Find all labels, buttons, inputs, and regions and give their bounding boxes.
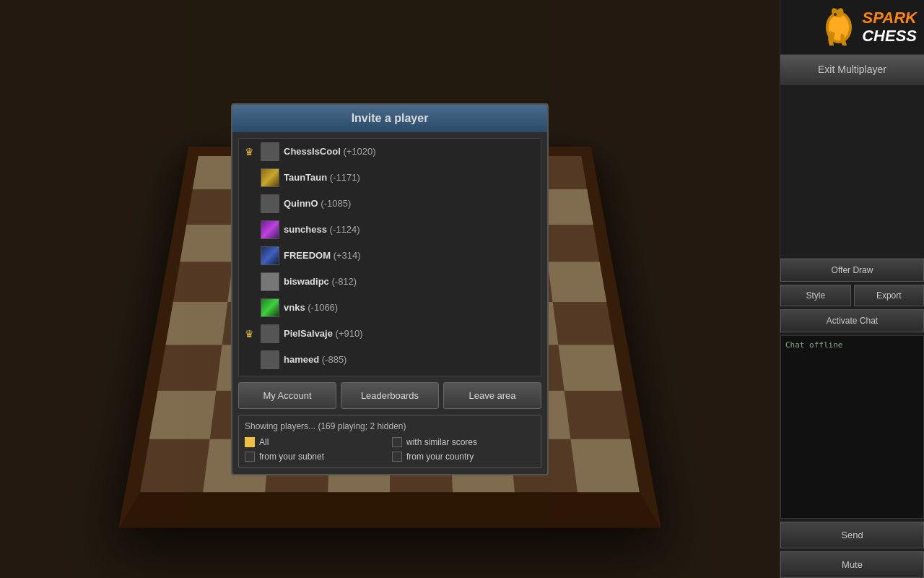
filter-item[interactable]: from your country [392, 452, 535, 462]
horse-icon [819, 6, 859, 49]
player-list-item[interactable]: FREEDOM (+314) [239, 243, 541, 269]
my-account-button[interactable]: My Account [238, 382, 336, 409]
player-name: PielSalvaje (+910) [284, 328, 535, 339]
player-name: sunchess (-1124) [284, 224, 535, 235]
filter-item[interactable]: All [245, 437, 388, 447]
exit-multiplayer-button[interactable]: Exit Multiplayer [780, 55, 924, 85]
spark-chess-logo: SPARK CHESS [862, 9, 917, 44]
player-list-item[interactable]: TaunTaun (-1171) [239, 165, 541, 191]
filter-section: Showing players... (169 playing; 2 hidde… [238, 415, 541, 468]
player-name: vnks (-1066) [284, 302, 535, 313]
player-name: hameed (-885) [284, 354, 535, 365]
filter-grid: Allwith similar scoresfrom your subnetfr… [245, 437, 535, 462]
main-chess-area: Invite a player ♛ChessIsCool (+1020)Taun… [0, 0, 780, 578]
crown-icon: ♛ [245, 328, 256, 340]
player-avatar [261, 168, 279, 187]
logo-area: SPARK CHESS [780, 0, 924, 55]
offer-draw-button[interactable]: Offer Draw [780, 259, 924, 282]
filter-title: Showing players... (169 playing; 2 hidde… [245, 421, 535, 431]
style-export-row: Style Export [780, 285, 924, 306]
activate-chat-button[interactable]: Activate Chat [780, 309, 924, 332]
player-name: TaunTaun (-1171) [284, 172, 535, 183]
player-list-item[interactable]: hameed (-885) [239, 347, 541, 373]
filter-label: from your subnet [259, 452, 324, 462]
send-button[interactable]: Send [780, 522, 924, 548]
chat-offline-display: Chat offline [780, 335, 924, 519]
player-name: ChessIsCool (+1020) [284, 146, 535, 157]
player-list-item[interactable]: chessbuff (-1104) [239, 373, 541, 376]
leaderboards-button[interactable]: Leaderboards [341, 382, 439, 409]
invite-player-modal: Invite a player ♛ChessIsCool (+1020)Taun… [231, 103, 549, 475]
modal-overlay: Invite a player ♛ChessIsCool (+1020)Taun… [0, 0, 780, 578]
player-list[interactable]: ♛ChessIsCool (+1020)TaunTaun (-1171)Quin… [238, 138, 541, 376]
player-avatar [261, 220, 279, 239]
player-name: biswadipc (-812) [284, 276, 535, 287]
player-list-item[interactable]: QuinnO (-1085) [239, 191, 541, 217]
filter-checkbox[interactable] [245, 452, 255, 462]
filter-label: All [259, 437, 269, 447]
filter-item[interactable]: with similar scores [392, 437, 535, 447]
player-avatar [261, 298, 279, 317]
mute-button[interactable]: Mute [780, 551, 924, 578]
player-avatar [261, 142, 279, 161]
leave-area-button[interactable]: Leave area [443, 382, 541, 409]
filter-label: with similar scores [406, 437, 477, 447]
style-button[interactable]: Style [780, 285, 851, 306]
filter-label: from your country [406, 452, 474, 462]
player-name: QuinnO (-1085) [284, 198, 535, 209]
player-avatar [261, 324, 279, 343]
player-list-item[interactable]: ♛PielSalvaje (+910) [239, 321, 541, 347]
filter-checkbox[interactable] [392, 452, 402, 462]
sidebar-middle-area [780, 85, 924, 259]
player-avatar [261, 350, 279, 369]
filter-checkbox[interactable] [392, 437, 402, 447]
svg-point-2 [834, 13, 837, 16]
right-sidebar: SPARK CHESS Exit Multiplayer Offer Draw … [780, 0, 924, 578]
crown-icon: ♛ [245, 146, 256, 158]
player-list-item[interactable]: ♛ChessIsCool (+1020) [239, 139, 541, 165]
modal-buttons: My Account Leaderboards Leave area [232, 382, 547, 415]
player-avatar [261, 246, 279, 265]
player-list-item[interactable]: vnks (-1066) [239, 295, 541, 321]
player-avatar [261, 194, 279, 213]
player-list-item[interactable]: sunchess (-1124) [239, 217, 541, 243]
export-button[interactable]: Export [854, 285, 925, 306]
player-avatar [261, 272, 279, 291]
modal-title: Invite a player [232, 105, 547, 132]
player-name: FREEDOM (+314) [284, 250, 535, 261]
player-list-item[interactable]: biswadipc (-812) [239, 269, 541, 295]
filter-item[interactable]: from your subnet [245, 452, 388, 462]
filter-checkbox[interactable] [245, 437, 255, 447]
